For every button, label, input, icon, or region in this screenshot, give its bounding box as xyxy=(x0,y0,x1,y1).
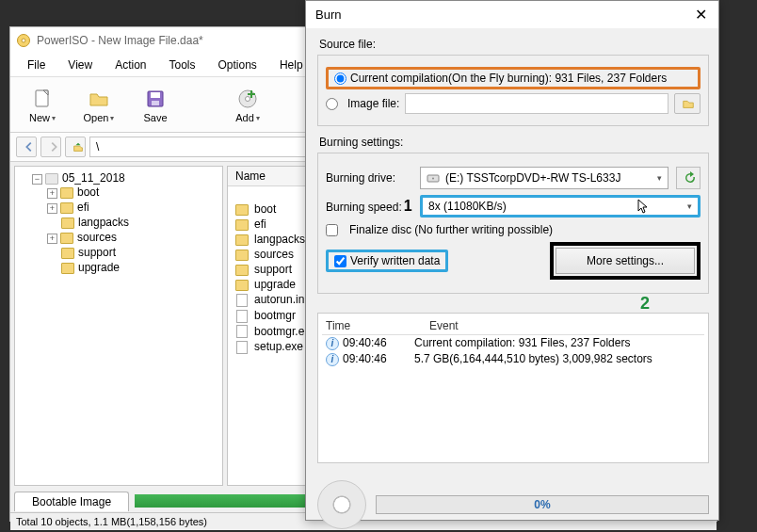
folder-icon xyxy=(61,248,74,259)
save-label: Save xyxy=(143,112,167,123)
radio-image-file[interactable] xyxy=(326,98,338,110)
save-button[interactable]: Save xyxy=(131,83,180,126)
folder-icon xyxy=(235,219,249,231)
svg-rect-6 xyxy=(152,101,159,105)
drive-icon xyxy=(427,172,440,184)
menu-action[interactable]: Action xyxy=(105,56,155,74)
app-icon xyxy=(16,33,31,48)
annotation-1: 1 xyxy=(404,198,412,214)
verify-label: Verify written data xyxy=(350,254,440,267)
open-label: Open xyxy=(84,112,109,123)
cursor-icon xyxy=(636,199,650,214)
svg-point-12 xyxy=(432,178,434,180)
nav-forward-button[interactable] xyxy=(40,137,61,157)
chevron-down-icon: ▾ xyxy=(657,173,662,183)
folder-icon xyxy=(235,265,249,276)
burning-settings-label: Burning settings: xyxy=(319,136,709,149)
info-icon: i xyxy=(326,337,339,350)
source-file-group: Current compilation(On the Fly burning):… xyxy=(317,55,709,126)
progress-area: 0% xyxy=(317,480,709,529)
radio-image-label: Image file: xyxy=(347,97,399,110)
close-icon[interactable]: ✕ xyxy=(691,6,711,24)
burning-drive-select[interactable]: (E:) TSSTcorpDVD+-RW TS-L633J ▾ xyxy=(420,167,668,189)
file-icon xyxy=(236,325,248,338)
expand-icon[interactable]: + xyxy=(47,188,57,199)
expand-icon[interactable]: + xyxy=(47,234,57,244)
log-header-time: Time xyxy=(326,319,392,332)
disc-icon xyxy=(317,480,366,529)
folder-icon xyxy=(61,218,74,229)
nav-back-button[interactable] xyxy=(16,137,37,157)
log-header-event: Event xyxy=(429,319,459,332)
folder-icon xyxy=(235,204,249,216)
log-row: i09:40:46 Current compilation: 931 Files… xyxy=(322,335,704,351)
dialog-title: Burn xyxy=(315,8,341,22)
nav-up-button[interactable] xyxy=(65,137,86,157)
folder-tree[interactable]: −05_11_2018 +boot +efi langpacks +source… xyxy=(14,166,223,486)
folder-icon xyxy=(235,280,249,291)
new-button[interactable]: New▾ xyxy=(18,83,67,126)
refresh-drive-button[interactable] xyxy=(676,167,701,189)
verify-checkbox[interactable] xyxy=(334,255,346,267)
menu-options[interactable]: Options xyxy=(209,56,266,74)
file-icon xyxy=(236,310,248,323)
svg-point-1 xyxy=(22,39,25,42)
svg-rect-5 xyxy=(151,92,160,98)
dialog-title-bar: Burn ✕ xyxy=(306,1,718,28)
folder-icon xyxy=(60,202,73,214)
burn-dialog: Burn ✕ Source file: Current compilation(… xyxy=(305,0,719,521)
window-title: PowerISO - New Image File.daa* xyxy=(37,34,203,47)
image-file-input[interactable] xyxy=(405,93,668,114)
menu-tools[interactable]: Tools xyxy=(160,56,205,74)
drive-value: (E:) TSSTcorpDVD+-RW TS-L633J xyxy=(445,171,652,185)
open-button[interactable]: Open▾ xyxy=(74,83,123,126)
more-settings-button[interactable]: More settings... xyxy=(556,248,695,274)
folder-icon xyxy=(60,233,73,244)
tree-root-label: 05_11_2018 xyxy=(62,171,125,185)
radio-current-label: Current compilation(On the Fly burning):… xyxy=(350,72,667,85)
open-folder-icon xyxy=(88,88,110,110)
burning-settings-group: Burning drive: (E:) TSSTcorpDVD+-RW TS-L… xyxy=(317,153,709,294)
folder-icon xyxy=(235,250,249,261)
browse-button[interactable] xyxy=(674,93,701,114)
new-file-icon xyxy=(31,88,54,110)
speed-value: 8x (11080KB/s) xyxy=(428,200,636,213)
file-icon xyxy=(236,341,248,354)
svg-point-8 xyxy=(246,97,250,102)
radio-current-compilation[interactable] xyxy=(334,73,346,85)
add-icon xyxy=(236,88,259,110)
chevron-down-icon: ▾ xyxy=(687,202,692,211)
folder-icon xyxy=(235,234,249,246)
save-icon xyxy=(144,88,167,110)
folder-icon xyxy=(61,263,74,274)
add-label: Add xyxy=(235,112,254,123)
speed-label: Burning speed:1 xyxy=(326,198,412,215)
log-panel: Time Event i09:40:46 Current compilation… xyxy=(317,313,709,463)
finalize-checkbox[interactable] xyxy=(326,224,338,236)
drive-icon xyxy=(45,173,58,185)
svg-rect-10 xyxy=(248,93,255,95)
menu-file[interactable]: File xyxy=(18,56,55,74)
folder-icon xyxy=(60,187,73,199)
info-icon: i xyxy=(326,353,339,366)
burning-speed-select[interactable]: 8x (11080KB/s) ▾ xyxy=(420,195,701,218)
log-row: i09:40:46 5.7 GB(6,164,444,510 bytes) 3,… xyxy=(322,351,704,367)
annotation-2: 2 xyxy=(640,294,650,314)
add-button[interactable]: Add▾ xyxy=(223,83,272,126)
file-icon xyxy=(236,294,248,307)
drive-label: Burning drive: xyxy=(326,171,412,185)
menu-view[interactable]: View xyxy=(58,56,102,74)
collapse-icon[interactable]: − xyxy=(32,174,42,185)
source-file-label: Source file: xyxy=(319,38,709,51)
finalize-label: Finalize disc (No further writing possib… xyxy=(349,223,553,236)
new-label: New xyxy=(29,112,50,123)
progress-bar: 0% xyxy=(376,495,709,514)
expand-icon[interactable]: + xyxy=(47,203,57,214)
tab-bootable-image[interactable]: Bootable Image xyxy=(14,492,129,511)
